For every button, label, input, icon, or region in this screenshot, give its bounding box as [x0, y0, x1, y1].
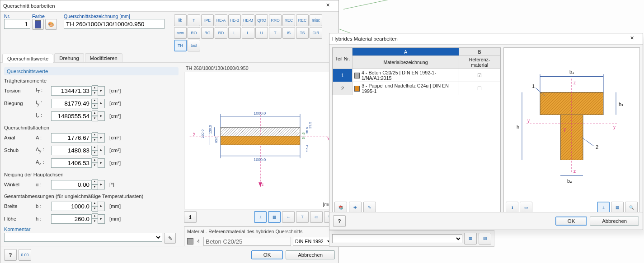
shape-ts-button[interactable]: TS [296, 27, 309, 39]
prop-input-torsion[interactable] [51, 86, 92, 96]
under-combo[interactable] [332, 234, 462, 243]
color-icon[interactable]: ▭ [310, 211, 323, 223]
shape-ro-button[interactable]: RO [188, 27, 200, 39]
material-norm-select[interactable]: DIN EN 1992- [293, 237, 334, 246]
comment-combo[interactable] [4, 233, 162, 242]
prop-input-biegZ[interactable] [51, 111, 92, 121]
prop-input-axial[interactable] [51, 133, 92, 143]
spin-up-icon[interactable]: ▲ [92, 132, 98, 138]
prop-input-winkel[interactable] [51, 180, 92, 189]
material-cell[interactable]: 4 - Beton C20/25 | DIN EN 1992-1-1/NA/A1… [353, 69, 459, 82]
step-icon[interactable]: ▸ [98, 133, 105, 143]
ok-button[interactable]: OK [251, 250, 283, 259]
shape-rd-button[interactable]: RD [215, 27, 227, 39]
help-icon[interactable]: ? [4, 249, 17, 261]
step-icon[interactable]: ▸ [98, 180, 105, 189]
reference-checkbox[interactable]: ☑ [459, 69, 500, 82]
shape-t-button[interactable]: T [188, 14, 200, 26]
grid-icon[interactable]: ▦ [268, 211, 281, 223]
comment-apply-icon[interactable]: ✎ [164, 233, 176, 244]
prop-input-hoehe[interactable] [51, 214, 92, 224]
designation-input[interactable] [64, 19, 165, 29]
spin-up-icon[interactable]: ▲ [92, 157, 98, 163]
step-icon[interactable]: ▸ [98, 202, 105, 211]
decimals-icon[interactable]: 0.00 [19, 249, 31, 261]
spin-down-icon[interactable]: ▼ [92, 219, 98, 224]
shape-cir-button[interactable]: CIR [310, 27, 322, 39]
nr-input[interactable] [4, 19, 30, 29]
shape-lib-button[interactable]: lib [174, 14, 187, 26]
spin-up-icon[interactable]: ▲ [92, 98, 98, 103]
step-icon[interactable]: ▸ [98, 99, 105, 108]
step-icon[interactable]: ▸ [98, 214, 105, 224]
under-icon-a[interactable]: ▦ [464, 233, 477, 245]
shape-new-button[interactable]: new [174, 27, 187, 39]
tab-querschnittswerte[interactable]: Querschnittswerte [2, 54, 53, 63]
shape-th-button[interactable]: TH [174, 40, 187, 51]
spin-up-icon[interactable]: ▲ [92, 85, 98, 91]
tab-modifizieren[interactable]: Modifizieren [85, 53, 122, 62]
spin-down-icon[interactable]: ▼ [92, 163, 98, 168]
reference-checkbox[interactable]: ☐ [459, 82, 500, 95]
ok-button[interactable]: OK [555, 217, 587, 226]
spin-down-icon[interactable]: ▼ [92, 150, 98, 156]
material-grid[interactable]: Teil Nr. A B Materialbezeichnung Referen… [333, 48, 500, 95]
cancel-button[interactable]: Abbrechen [590, 217, 639, 226]
table-row[interactable]: 14 - Beton C20/25 | DIN EN 1992-1-1/NA/A… [333, 69, 500, 82]
shape-qro-button[interactable]: QRO [255, 14, 268, 26]
shape-he-b-button[interactable]: HE-B [228, 14, 241, 26]
col-B[interactable]: B [459, 48, 500, 56]
color-palette-icon[interactable]: 🎨 [45, 19, 57, 30]
step-icon[interactable]: ▸ [98, 146, 105, 155]
tab-drehung[interactable]: Drehung [54, 53, 84, 62]
axes-icon[interactable]: ⟂ [254, 211, 267, 223]
material-cell[interactable]: 3 - Pappel und Nadelholz C24u | DIN EN 1… [353, 82, 459, 95]
shape-tool-button[interactable]: tool [188, 40, 200, 51]
shape-is-button[interactable]: IS [282, 27, 295, 39]
spin-down-icon[interactable]: ▼ [92, 116, 98, 121]
cancel-button[interactable]: Abbrechen [286, 250, 335, 259]
shape-t-button[interactable]: T [269, 27, 282, 39]
shape-u-button[interactable]: U [255, 27, 268, 39]
col-A[interactable]: A [353, 48, 459, 56]
spin-down-icon[interactable]: ▼ [92, 91, 98, 96]
spin-up-icon[interactable]: ▲ [92, 213, 98, 219]
spin-down-icon[interactable]: ▼ [92, 103, 98, 109]
spin-down-icon[interactable]: ▼ [92, 185, 98, 190]
help-icon[interactable]: ? [333, 215, 346, 227]
step-icon[interactable]: ▸ [98, 86, 105, 96]
spin-up-icon[interactable]: ▲ [92, 145, 98, 150]
shape-rro-button[interactable]: RRO [269, 14, 282, 26]
shape-ipe-button[interactable]: IPE [201, 14, 214, 26]
prop-input-biegY[interactable] [51, 99, 92, 108]
spin-down-icon[interactable]: ▼ [92, 138, 98, 143]
close-icon[interactable]: ✕ [320, 2, 336, 10]
material-name-input[interactable] [203, 237, 291, 246]
under-icon-b[interactable]: ▨ [479, 233, 491, 245]
shape-rec-button[interactable]: REC [296, 14, 309, 26]
shape-he-m-button[interactable]: HE-M [242, 14, 254, 26]
text-icon[interactable]: T [296, 211, 309, 223]
spin-up-icon[interactable]: ▲ [92, 111, 98, 116]
prop-input-schubY[interactable] [51, 146, 92, 155]
row-number[interactable]: 1 [333, 69, 353, 82]
spin-down-icon[interactable]: ▼ [92, 206, 98, 212]
prop-input-schubZ[interactable] [51, 158, 92, 168]
table-row[interactable]: 23 - Pappel und Nadelholz C24u | DIN EN … [333, 82, 500, 95]
dim-icon[interactable]: ↔ [282, 211, 295, 223]
color-swatch[interactable] [32, 19, 44, 30]
step-icon[interactable]: ▸ [98, 111, 105, 121]
shape-l-button[interactable]: L [228, 27, 241, 39]
shape-rec-button[interactable]: REC [282, 14, 295, 26]
close-icon[interactable]: ✕ [624, 35, 640, 43]
spin-up-icon[interactable]: ▲ [92, 201, 98, 206]
shape-ro-button[interactable]: RO [201, 27, 214, 39]
shape-misc-button[interactable]: misc [310, 14, 322, 26]
shape-he-a-button[interactable]: HE-A [215, 14, 227, 26]
shape-l-button[interactable]: L [242, 27, 254, 39]
info-icon[interactable]: ℹ [184, 211, 197, 223]
prop-input-breite[interactable] [51, 202, 92, 211]
row-number[interactable]: 2 [333, 82, 353, 95]
spin-up-icon[interactable]: ▲ [92, 179, 98, 185]
step-icon[interactable]: ▸ [98, 158, 105, 168]
